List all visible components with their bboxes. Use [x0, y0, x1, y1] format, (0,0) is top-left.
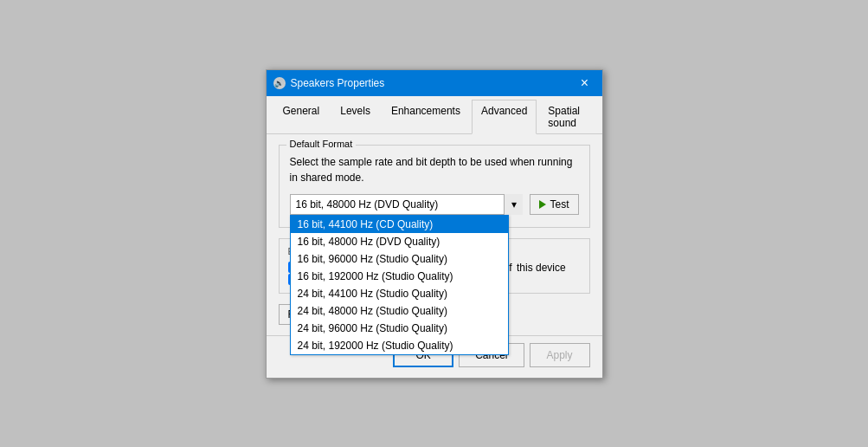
- tab-general[interactable]: General: [273, 100, 330, 133]
- dropdown-item-7[interactable]: 24 bit, 192000 Hz (Studio Quality): [291, 337, 508, 354]
- tab-content: Default Format Select the sample rate an…: [267, 134, 602, 335]
- apply-button[interactable]: Apply: [530, 343, 590, 367]
- window-title: Speakers Properties: [291, 77, 385, 89]
- tabs-bar: General Levels Enhancements Advanced Spa…: [267, 96, 602, 134]
- test-button-label: Test: [550, 198, 569, 211]
- play-icon: [539, 200, 546, 209]
- group-label: Default Format: [286, 139, 357, 149]
- format-dropdown: 16 bit, 44100 Hz (CD Quality) 16 bit, 48…: [290, 215, 509, 355]
- format-select-display[interactable]: 16 bit, 48000 Hz (DVD Quality): [290, 194, 524, 215]
- tab-advanced[interactable]: Advanced: [472, 100, 537, 134]
- dropdown-item-2[interactable]: 16 bit, 96000 Hz (Studio Quality): [291, 250, 508, 268]
- tab-enhancements[interactable]: Enhancements: [382, 100, 470, 133]
- dropdown-item-4[interactable]: 24 bit, 44100 Hz (Studio Quality): [291, 285, 508, 302]
- test-button[interactable]: Test: [530, 194, 578, 215]
- select-wrapper: 16 bit, 48000 Hz (DVD Quality) ▾: [290, 194, 524, 215]
- default-format-group: Default Format Select the sample rate an…: [279, 145, 590, 228]
- tab-levels[interactable]: Levels: [331, 100, 380, 133]
- speakers-icon: 🔊: [273, 77, 286, 89]
- title-bar: 🔊 Speakers Properties ×: [267, 70, 602, 96]
- format-select-row: 16 bit, 48000 Hz (DVD Quality) ▾ 16 bit,…: [290, 194, 579, 215]
- select-container: 16 bit, 48000 Hz (DVD Quality) ▾ 16 bit,…: [290, 194, 524, 215]
- tab-spatial-sound[interactable]: Spatial sound: [538, 100, 593, 133]
- speakers-properties-window: 🔊 Speakers Properties × General Levels E…: [266, 69, 603, 379]
- close-button[interactable]: ×: [575, 73, 595, 94]
- dropdown-item-6[interactable]: 24 bit, 96000 Hz (Studio Quality): [291, 320, 508, 337]
- dropdown-item-5[interactable]: 24 bit, 48000 Hz (Studio Quality): [291, 302, 508, 320]
- dropdown-item-0[interactable]: 16 bit, 44100 Hz (CD Quality): [291, 216, 508, 233]
- dropdown-item-3[interactable]: 16 bit, 192000 Hz (Studio Quality): [291, 268, 508, 285]
- dropdown-item-1[interactable]: 16 bit, 48000 Hz (DVD Quality): [291, 233, 508, 250]
- title-bar-left: 🔊 Speakers Properties: [273, 77, 385, 89]
- this-device-text: this device: [517, 262, 566, 274]
- format-description: Select the sample rate and bit depth to …: [290, 154, 579, 185]
